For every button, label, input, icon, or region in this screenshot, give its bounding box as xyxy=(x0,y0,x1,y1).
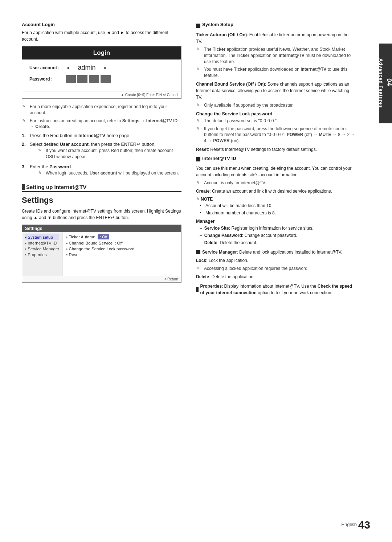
change-lock-note-1-icon: ✎ xyxy=(196,118,203,124)
delete-desc: Delete: Delete the application. xyxy=(196,274,356,280)
right-column: System Setup Ticker Autorun (Off / On): … xyxy=(196,22,356,520)
manager-heading: Manager xyxy=(196,219,356,224)
ticker-autorun-value: : Off xyxy=(98,234,110,239)
system-setup-square-icon xyxy=(196,24,200,28)
settings-change-lock: • Change the Service Lock password xyxy=(66,247,177,251)
note-bullet-2-dot: • xyxy=(200,210,203,216)
internet-tv-id-note-icon: ✎ xyxy=(196,180,203,186)
internet-tv-id-desc: You can use this menu when creating, del… xyxy=(196,165,356,178)
left-column: Account Login For a application with mul… xyxy=(22,22,181,520)
step-3-num: 3. xyxy=(22,164,28,178)
channel-bound-label: • Channel Bound Service xyxy=(66,241,113,245)
settings-menu-internet-tv-id[interactable]: • Internet@TV ID xyxy=(25,240,59,246)
step-2-text: Select desired User account, then press … xyxy=(30,142,156,147)
note-line-1: ✎ For a more enjoyable application exper… xyxy=(22,104,181,116)
step-2-note-icon: ✎ xyxy=(38,148,44,160)
settings-left-menu: • System setup • Internet@TV ID • Servic… xyxy=(22,232,62,276)
step-3-note-icon: ✎ xyxy=(38,170,44,176)
login-footer: ▲ Create [0~9] Enter PIN ↺ Cancel xyxy=(22,91,181,98)
password-boxes xyxy=(66,75,111,83)
service-manager-square-icon xyxy=(196,250,200,254)
account-login-description: For a application with multiple account,… xyxy=(22,29,181,42)
dash-1: – xyxy=(200,225,202,231)
note-text-1: For a more enjoyable application experie… xyxy=(30,104,181,116)
manager-item-3: – Delete: Delete the account. xyxy=(196,240,356,246)
steps-list: 1. Press the Red button in Internet@TV h… xyxy=(22,133,181,178)
user-account-value: admin xyxy=(72,64,101,71)
ticker-note-1-icon: ✎ xyxy=(196,46,203,65)
password-box-4 xyxy=(101,75,111,83)
system-setup-heading: System Setup xyxy=(202,22,233,27)
settings-reset: • Reset xyxy=(66,252,177,257)
lock-desc: Lock: Lock the application. xyxy=(196,257,356,264)
password-box-3 xyxy=(89,75,99,83)
note-text-2: For instructions on creating an account,… xyxy=(30,118,181,130)
password-box-1 xyxy=(66,75,76,83)
footer-lang: English xyxy=(341,522,357,527)
step-1: 1. Press the Red button in Internet@TV h… xyxy=(22,133,181,139)
note-bullet-1: • Account will be made less than 10. xyxy=(196,203,356,209)
ticker-autorun-desc: Ticker Autorun (Off / On): Enable/disabl… xyxy=(196,32,356,45)
change-lock-heading: Change the Service Lock password xyxy=(196,111,356,116)
step-2-note-text: If you want create account, press Red bu… xyxy=(46,148,181,160)
reset-desc: Reset: Resets Internet@TV settings to fa… xyxy=(196,146,356,153)
settings-main-heading: Settings xyxy=(22,196,181,205)
settings-path: Settings → Internet@TV ID → Create xyxy=(30,118,177,130)
change-lock-label: • Change the Service Lock password xyxy=(66,247,134,251)
chapter-label: Advanced Features xyxy=(378,59,384,108)
user-account-label: User account : xyxy=(29,65,66,70)
channel-bound-value: : Off xyxy=(115,241,123,245)
side-tab: 04 Advanced Features xyxy=(379,44,392,123)
account-login-heading: Account Login xyxy=(22,22,181,27)
note-box-icon: ✎ xyxy=(196,197,199,201)
ticker-note-2: ✎ You must have Ticker application downl… xyxy=(196,66,356,79)
internet-tv-id-note: ✎ Account is only for internet@TV. xyxy=(196,180,356,186)
settings-right-content: • Ticker Autorun : Off • Channel Bound S… xyxy=(62,232,181,276)
password-box-2 xyxy=(77,75,87,83)
settings-menu-system-setup[interactable]: • System setup xyxy=(25,234,59,240)
settings-description: Create IDs and configure Internet@TV set… xyxy=(22,208,181,221)
note-line-2: ✎ For instructions on creating an accoun… xyxy=(22,118,181,130)
step-3-note-text: When login succeeds, User account will b… xyxy=(46,170,179,176)
step-2-num: 2. xyxy=(22,141,28,162)
channel-bound-note: ✎ Only available if supported by the bro… xyxy=(196,102,356,108)
dash-2: – xyxy=(200,233,202,239)
ticker-autorun-label: • Ticker Autorun xyxy=(66,235,95,239)
create-desc: Create: Create an account and link it wi… xyxy=(196,188,356,194)
step-3-note: ✎ When login succeeds, User account will… xyxy=(38,170,179,176)
settings-box-title: Settings xyxy=(22,225,181,232)
chapter-number: 04 xyxy=(385,78,392,86)
page-number: 43 xyxy=(358,519,370,531)
channel-bound-note-icon: ✎ xyxy=(196,102,203,108)
note-icon-2: ✎ xyxy=(22,118,28,130)
step-1-num: 1. xyxy=(22,133,28,139)
manager-item-2: – Change Password: Change account passwo… xyxy=(196,233,356,239)
properties-desc: Properties: Display information about In… xyxy=(200,283,356,296)
ticker-note-1: ✎ The Ticker application provides useful… xyxy=(196,46,356,65)
note-bullet-1-dot: • xyxy=(200,203,203,209)
settings-footer: ↺ Return xyxy=(22,276,181,282)
reset-label: • Reset xyxy=(66,252,79,257)
step-2-note: ✎ If you want create account, press Red … xyxy=(38,148,181,160)
ticker-note-2-icon: ✎ xyxy=(196,66,203,79)
step-1-text: Press the Red button in Internet@TV home… xyxy=(30,133,131,139)
step-2: 2. Select desired User account, then pre… xyxy=(22,141,181,162)
change-lock-note-2: ✎ If you forget the password, press the … xyxy=(196,126,356,144)
lock-note: ✎ Accessing a locked application require… xyxy=(196,266,356,272)
arrow-left-icon[interactable]: ◄ xyxy=(66,65,70,70)
note-box-title: NOTE xyxy=(201,197,213,202)
channel-bound-desc: Channel Bound Service (Off / On): Some c… xyxy=(196,81,356,100)
note-box: ✎ NOTE • Account will be made less than … xyxy=(196,197,356,216)
note-icon-1: ✎ xyxy=(22,104,28,116)
settings-menu-service-manager[interactable]: • Service Manager xyxy=(25,246,59,252)
settings-ticker-autorun: • Ticker Autorun : Off xyxy=(66,234,177,239)
login-box: Login User account : ◄ admin ► Password … xyxy=(22,46,181,99)
change-lock-note-2-icon: ✎ xyxy=(196,126,203,144)
step-3: 3. Enter the Password. ✎ When login succ… xyxy=(22,164,181,178)
settings-menu-properties[interactable]: • Properties xyxy=(25,252,59,258)
setting-up-heading: Setting up Internet@TV xyxy=(26,184,86,190)
arrow-right-icon[interactable]: ► xyxy=(103,65,108,70)
change-lock-note-1: ✎ The default password set is "0-0-0-0." xyxy=(196,118,356,124)
note-bullet-2: • Maximum number of characters is 8. xyxy=(196,210,356,216)
dash-3: – xyxy=(200,240,202,246)
